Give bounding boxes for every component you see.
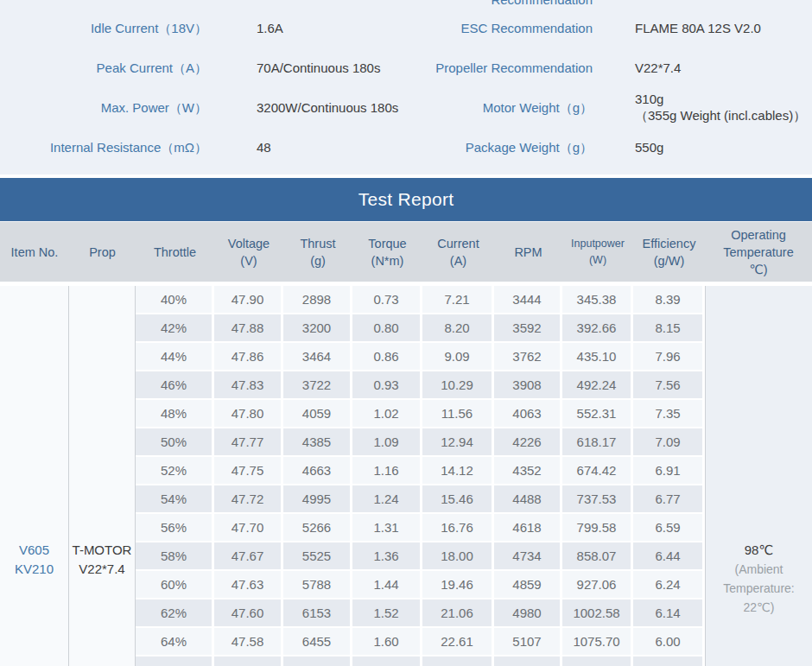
th-label: Thrust [300, 235, 335, 252]
th-unit: (g/W) [654, 252, 684, 270]
th-label: Torque [368, 235, 406, 252]
cell-current: 9.09 [422, 343, 494, 371]
test-report-title: Test Report [358, 189, 454, 210]
test-report-banner: Test Report [0, 178, 812, 221]
cell-current: 7.21 [422, 286, 494, 314]
cell-rpm: 5107 [494, 628, 562, 656]
spec-label-max-power: Max. Power（W） [0, 87, 207, 127]
cell-thrust: 5525 [283, 542, 352, 571]
cell-rpm: 4226 [494, 428, 562, 457]
th-label: Operating [731, 226, 786, 244]
product-spec-page[interactable]: Recommendation Idle Current（18V） 1.6A ES… [0, 0, 812, 666]
spec-value-package-weight: 550g [593, 127, 812, 167]
th-label: Prop [89, 244, 116, 261]
cell-voltage: 47.80 [214, 400, 283, 428]
cell-thrust: 5788 [283, 571, 352, 599]
table-row: 60%47.6357881.4419.464859927.066.24 [136, 571, 705, 599]
th-label: Inputpower [571, 236, 625, 252]
cell-efficiency: 6.00 [633, 628, 705, 656]
cell-input_power: 674.42 [562, 457, 633, 485]
cell-rpm: 4488 [494, 485, 562, 514]
cell-current: 19.46 [422, 571, 494, 599]
table-row: 54%47.7249951.2415.464488737.536.77 [136, 485, 705, 514]
cell-input_power: 927.06 [562, 571, 633, 599]
cell-voltage: 47.60 [214, 599, 283, 628]
cell-thrust: 6153 [283, 599, 352, 628]
cell-current: 14.12 [422, 457, 494, 485]
th-label: Item No. [11, 244, 59, 261]
report-table-header: Item No. Prop Throttle Voltage (V) Thrus… [0, 221, 812, 282]
temperature-cell: 98℃ (Ambient Temperature: 22℃) [705, 286, 812, 666]
cell-torque: 1.52 [352, 599, 422, 628]
cell-throttle [136, 656, 214, 666]
table-row: 50%47.7743851.0912.944226618.177.09 [136, 428, 705, 457]
cell-current: 18.00 [422, 542, 494, 571]
cell-rpm [494, 656, 562, 666]
spec-label-peak-current: Peak Current（A） [0, 48, 207, 87]
cell-efficiency: 7.09 [633, 428, 705, 457]
temperature-main: 98℃ [745, 541, 774, 560]
cell-rpm: 4063 [494, 400, 562, 428]
table-row: 40%47.9028980.737.213444345.388.39 [136, 286, 705, 314]
th-label: Temperature [723, 244, 793, 261]
cell-thrust: 3464 [283, 343, 352, 371]
spec-value-peak-current: 70A/Continuous 180s [207, 48, 417, 87]
cell-rpm: 4859 [494, 571, 562, 599]
temperature-note-line1: (Ambient [734, 560, 783, 579]
th-unit: (A) [450, 252, 466, 270]
data-rows: 40%47.9028980.737.213444345.388.3942%47.… [136, 286, 705, 666]
cell-throttle: 56% [136, 514, 214, 542]
cell-voltage: 47.58 [214, 628, 283, 656]
cell-current: 21.06 [422, 599, 494, 628]
cell-current: 10.29 [422, 371, 494, 400]
motor-weight-line2: （355g Weight (incl.cables)） [635, 107, 806, 124]
cell-thrust: 3722 [283, 371, 352, 400]
spec-label-propeller-recommendation: Propeller Recommendation [417, 48, 593, 87]
spec-label-package-weight: Package Weight（g） [417, 127, 593, 167]
cell-current: 12.94 [422, 428, 494, 457]
cell-rpm: 3908 [494, 371, 562, 400]
spec-label-motor-weight: Motor Weight（g） [417, 87, 593, 127]
th-label: Efficiency [643, 235, 696, 252]
cell-voltage: 47.77 [214, 428, 283, 457]
cell-rpm: 4980 [494, 599, 562, 628]
th-unit: (V) [240, 252, 257, 270]
cell-torque: 1.09 [352, 428, 422, 457]
th-label: Current [437, 235, 479, 252]
cell-current: 16.76 [422, 514, 494, 542]
th-item-no: Item No. [0, 222, 69, 282]
cell-voltage: 47.72 [214, 485, 283, 514]
table-row: 56%47.7052661.3116.764618799.586.59 [136, 514, 705, 542]
cell-voltage: 47.63 [214, 571, 283, 599]
cell-efficiency [633, 656, 705, 666]
spec-label-idle-current: Idle Current（18V） [0, 8, 207, 48]
cell-efficiency: 6.77 [633, 485, 705, 514]
th-thrust: Thrust (g) [283, 222, 352, 282]
cell-input_power: 492.24 [562, 371, 633, 400]
th-prop: Prop [69, 222, 136, 282]
motor-weight-line1: 310g [635, 91, 663, 107]
cell-thrust: 4385 [283, 428, 352, 457]
cell-thrust: 4663 [283, 457, 352, 485]
table-row: 52%47.7546631.1614.124352674.426.91 [136, 457, 705, 485]
cell-rpm: 4734 [494, 542, 562, 571]
report-table-body: V605 KV210 T-MOTOR V22*7.4 40%47.9028980… [0, 282, 812, 666]
cell-rpm: 4618 [494, 514, 562, 542]
th-unit: (N*m) [371, 252, 404, 270]
cell-throttle: 62% [136, 599, 214, 628]
cell-voltage: 47.70 [214, 514, 283, 542]
cell-efficiency: 6.59 [633, 514, 705, 542]
th-unit: (g) [310, 252, 326, 270]
spec-label-internal-resistance: Internal Resistance（mΩ） [0, 127, 207, 167]
table-row [136, 656, 705, 666]
spec-value-motor-weight: 310g （355g Weight (incl.cables)） [593, 87, 812, 127]
cell-efficiency: 6.14 [633, 599, 705, 628]
cell-rpm: 4352 [494, 457, 562, 485]
cell-thrust: 4059 [283, 400, 352, 428]
cell-efficiency: 7.56 [633, 371, 705, 400]
cell-rpm: 3444 [494, 286, 562, 314]
temperature-note-line3: 22℃) [744, 598, 775, 617]
cell-voltage: 47.90 [214, 286, 283, 314]
table-row: 46%47.8337220.9310.293908492.247.56 [136, 371, 705, 400]
cell-throttle: 52% [136, 457, 214, 485]
